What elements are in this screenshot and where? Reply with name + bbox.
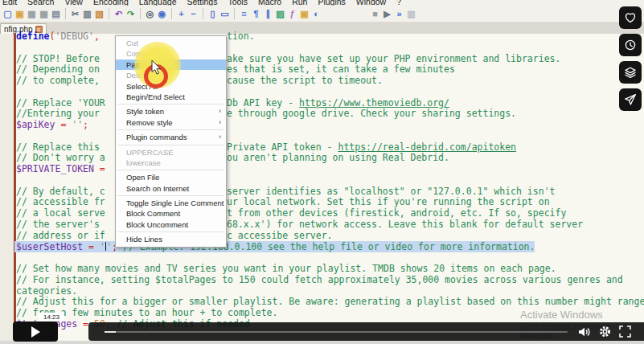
menu-item-label: Plugin commands — [126, 133, 187, 141]
code-line: // Adjust this for a bigger or smaller p… — [16, 297, 644, 308]
menu-item-label: Style token — [126, 107, 164, 116]
like-button[interactable] — [619, 6, 642, 29]
menubar-item-settings[interactable]: Settings — [187, 0, 217, 6]
cut-icon[interactable]: ✂ — [70, 9, 80, 19]
code-line: // Don't worry aou aren't planning on us… — [16, 153, 105, 164]
code-line: //Entering youre through google drive. C… — [16, 109, 100, 120]
play-button[interactable] — [13, 321, 58, 342]
menu-item-block-uncomment[interactable]: Block Uncomment — [116, 219, 226, 230]
replace-icon[interactable]: ◉ — [157, 9, 167, 19]
selected-line-highlight: $userSetHost = ''; // Example: 192.168.0… — [16, 241, 535, 252]
undo-icon[interactable]: ↶ — [113, 9, 124, 19]
code-line: // Replace thisPrivate API token - https… — [16, 142, 100, 154]
open-file-icon[interactable]: ▣ — [14, 9, 25, 19]
save-all-icon[interactable]: ▩ — [39, 9, 49, 19]
toolbar-separator — [65, 8, 66, 19]
macro-play-icon[interactable]: ▶ — [382, 9, 392, 19]
menubar-item-view[interactable]: View — [64, 0, 83, 6]
menubar-item-edit[interactable]: Edit — [2, 0, 17, 6]
progress-bar[interactable] — [105, 331, 568, 333]
menu-item-plugin-commands[interactable]: Plugin commands› — [116, 132, 226, 142]
menu-separator — [117, 104, 224, 104]
code-editor[interactable]: define('DEBUG',tion.// STOP! Beforeake s… — [0, 34, 644, 344]
code-line: // By default, cserver identifies as "lo… — [16, 186, 105, 198]
watch-later-button[interactable] — [619, 34, 642, 56]
macro-save-icon[interactable]: ▥ — [406, 9, 416, 19]
menu-item-style-token[interactable]: Style token› — [116, 106, 226, 117]
code-line-right-fragment: ur local network. Set this if you're run… — [227, 197, 550, 208]
menubar-item-run[interactable]: Run — [292, 0, 307, 6]
sync-horizontal-icon[interactable]: ▭ — [219, 9, 230, 19]
toolbar-separator — [140, 8, 141, 19]
code-line-right-fragment: tion. — [227, 31, 255, 43]
menubar-item-encoding[interactable]: Encoding — [93, 0, 129, 6]
code-line: // address or ifc accessibe server. — [16, 231, 105, 242]
folder-as-workspace-icon[interactable]: ▣ — [299, 9, 310, 19]
menu-item-label: Hide Lines — [126, 235, 162, 244]
video-timestamp: 14:23 — [39, 313, 64, 321]
print-icon[interactable]: ▤ — [51, 9, 61, 19]
show-all-characters-icon[interactable]: ¶ — [251, 9, 261, 19]
toolbar-spacer — [322, 14, 369, 14]
zoom-in-icon[interactable]: + — [176, 9, 187, 19]
paste-icon[interactable]: ▧ — [94, 9, 105, 19]
menubar-item-tools[interactable]: Tools — [228, 0, 248, 6]
menu-item-block-comment[interactable]: Block Comment — [116, 208, 226, 219]
function-list-icon[interactable]: ƒ — [287, 9, 297, 19]
mouse-cursor — [151, 60, 162, 76]
menu-item-toggle-single-line-comment[interactable]: Toggle Single Line Comment — [116, 198, 226, 208]
menu-separator — [117, 129, 224, 130]
sync-vertical-icon[interactable]: ▯ — [207, 9, 218, 19]
macro-stop-icon[interactable]: ■ — [370, 9, 380, 19]
menu-item-begin-end-select[interactable]: Begin/End Select — [116, 92, 226, 102]
redo-icon[interactable]: ↷ — [125, 9, 136, 19]
fullscreen-icon[interactable] — [618, 325, 632, 338]
editor-gutter — [0, 34, 14, 344]
menubar-item-language[interactable]: Language — [139, 0, 177, 6]
volume-icon[interactable] — [577, 326, 592, 338]
code-line: $PRIVATE_TOKEN = — [16, 164, 105, 175]
progress-played — [105, 331, 116, 333]
code-area: define('DEBUG',tion.// STOP! Beforeake s… — [16, 31, 644, 344]
code-line: // Depending ones that is set, it can ta… — [16, 64, 100, 76]
document-monitor-icon[interactable]: ◐ — [311, 9, 322, 19]
menu-item-hide-lines[interactable]: Hide Lines — [116, 234, 226, 244]
code-line-right-fragment: Db API key - https://www.themoviedb.org/ — [227, 98, 449, 109]
code-line: $apiKey = ''; — [16, 120, 88, 131]
menu-item-remove-style[interactable]: Remove style› — [116, 117, 226, 128]
menu-item-label: UPPERCASE — [126, 148, 174, 157]
playlist-button[interactable] — [619, 61, 642, 84]
paper-plane-icon — [624, 93, 637, 106]
code-line: // STOP! Beforeake sure you have set up … — [16, 54, 100, 65]
code-line: // the server's68.x.x') for network acce… — [16, 219, 100, 231]
menu-item-search-on-internet[interactable]: Search on Internet — [116, 183, 226, 194]
menubar-item-plugins[interactable]: Plugins — [318, 0, 345, 6]
new-file-icon[interactable]: ▢ — [2, 9, 13, 19]
menu-item-label: Block Uncomment — [126, 220, 188, 229]
code-line-right-fragment: e through google drive. Check your shari… — [227, 109, 516, 120]
menu-item-label: Toggle Single Line Comment — [126, 199, 224, 207]
settings-icon[interactable] — [598, 325, 612, 338]
indent-guide-icon[interactable]: ∥ — [263, 9, 273, 19]
code-line-right-fragment: ou aren't planning on using Real Debrid. — [227, 153, 449, 164]
code-line: // to complete,cause the script to timeo… — [16, 76, 100, 87]
heart-icon — [624, 11, 637, 24]
find-icon[interactable]: ◎ — [145, 9, 155, 19]
menubar-item-search[interactable]: Search — [27, 0, 54, 6]
menu-separator — [117, 195, 224, 196]
macro-run-icon[interactable]: » — [394, 9, 404, 19]
menubar-item-window[interactable]: Window — [356, 0, 386, 6]
share-button[interactable] — [619, 88, 642, 111]
word-wrap-icon[interactable]: ≡ — [239, 9, 249, 19]
menu-item-open-file[interactable]: Open File — [116, 172, 226, 182]
toolbar: ▢▣▦▩▤✂▥▧↶↷◎◉+−▯▭≡¶∥▨ƒ▣◐■▶»▥ — [0, 6, 644, 23]
menubar-item-macro[interactable]: Macro — [258, 0, 281, 6]
zoom-out-icon[interactable]: − — [188, 9, 199, 19]
save-icon[interactable]: ▦ — [27, 9, 37, 19]
copy-icon[interactable]: ▥ — [82, 9, 92, 19]
menu-separator — [117, 145, 224, 145]
menubar-item-[interactable]: ? — [396, 0, 401, 6]
menu-separator — [117, 170, 224, 170]
document-map-icon[interactable]: ▨ — [275, 9, 285, 19]
code-line-right-fragment: c accessibe server. — [227, 231, 333, 242]
